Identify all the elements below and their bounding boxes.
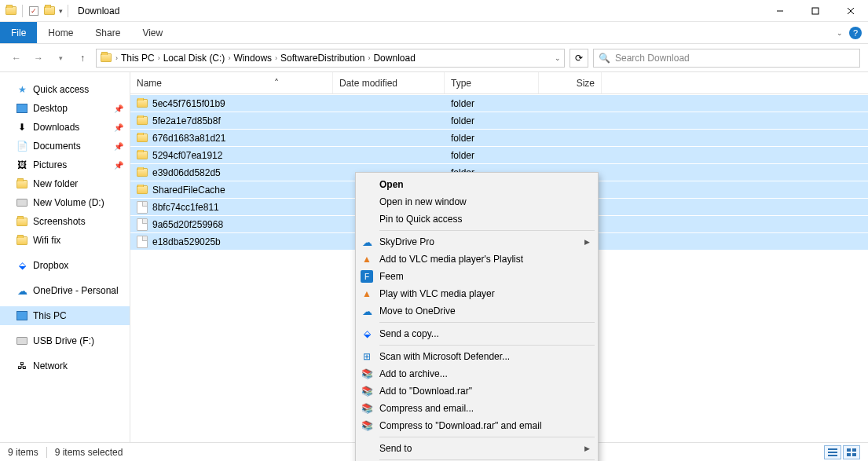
cm-open[interactable]: Open [356, 176, 598, 193]
col-type[interactable]: Type [445, 72, 539, 93]
cm-add-archive[interactable]: 📚Add to archive... [356, 365, 598, 382]
ribbon-tabs: File Home Share View ⌄ ? [0, 22, 868, 44]
search-placeholder: Search Download [615, 53, 690, 64]
table-row[interactable]: 5294cf07ea1912folder [130, 146, 868, 163]
help-icon[interactable]: ? [849, 27, 862, 39]
onedrive-icon: ☁ [16, 284, 28, 297]
cm-send-copy[interactable]: ⬙Send a copy... [356, 325, 598, 342]
cm-send-to[interactable]: Send to▶ [356, 440, 598, 457]
address-bar[interactable]: › This PC› Local Disk (C:)› Windows› Sof… [96, 49, 565, 68]
view-details-button[interactable] [824, 445, 841, 459]
file-type: folder [445, 98, 539, 109]
svg-rect-9 [847, 453, 851, 456]
cm-move-onedrive[interactable]: ☁Move to OneDrive [356, 302, 598, 320]
tab-file[interactable]: File [0, 22, 37, 43]
file-name: 8bfc74cc1fe811 [152, 202, 219, 213]
folder-icon [137, 116, 148, 125]
sidebar-onedrive[interactable]: ☁OneDrive - Personal [0, 281, 130, 300]
file-icon [137, 201, 148, 214]
sidebar-downloads[interactable]: ⬇Downloads📌 [0, 118, 130, 137]
forward-button[interactable]: → [30, 49, 47, 67]
chevron-right-icon: ▶ [584, 238, 590, 246]
pin-icon: 📌 [114, 123, 123, 132]
cm-separator [379, 322, 595, 323]
vlc-icon: ▲ [361, 253, 373, 265]
winrar-icon: 📚 [361, 368, 373, 380]
table-row[interactable]: 676d1683a81d21folder [130, 129, 868, 146]
cm-separator [379, 345, 595, 346]
sidebar-newvolume[interactable]: New Volume (D:) [0, 193, 130, 212]
maximize-button[interactable] [797, 0, 833, 22]
recent-dropdown-icon[interactable]: ▾ [52, 49, 69, 67]
file-name: SharedFileCache [152, 185, 225, 196]
file-icon [137, 218, 148, 231]
sidebar-screenshots[interactable]: Screenshots [0, 212, 130, 231]
sidebar-dropbox[interactable]: ⬙Dropbox [0, 256, 130, 275]
tab-view[interactable]: View [131, 22, 174, 43]
folder-icon [16, 215, 28, 228]
svg-rect-6 [828, 455, 837, 456]
file-icon [137, 236, 148, 248]
this-pc-icon [16, 309, 28, 322]
tab-home[interactable]: Home [37, 22, 84, 43]
address-dropdown-icon[interactable]: ⌄ [555, 54, 561, 62]
minimize-button[interactable] [762, 0, 797, 22]
qat-properties-icon[interactable]: ✓ [27, 5, 40, 17]
cm-open-new-window[interactable]: Open in new window [356, 193, 598, 210]
usb-drive-icon [16, 335, 28, 347]
nav-pane: Quick access Desktop📌 ⬇Downloads📌 📄Docum… [0, 72, 130, 442]
cm-vlc-playlist[interactable]: ▲Add to VLC media player's Playlist [356, 251, 598, 268]
sidebar-newfolder[interactable]: New folder [0, 174, 130, 193]
col-date[interactable]: Date modified [333, 72, 445, 93]
crumb-softwaredistribution[interactable]: SoftwareDistribution› [280, 53, 370, 64]
col-name[interactable]: Name˄ [130, 72, 333, 93]
svg-rect-4 [828, 448, 837, 450]
cm-compress-email[interactable]: 📚Compress and email... [356, 400, 598, 417]
file-name: 676d1683a81d21 [152, 133, 225, 144]
crumb-windows[interactable]: Windows› [233, 53, 277, 64]
chevron-right-icon[interactable]: › [115, 54, 118, 62]
svg-rect-10 [852, 453, 856, 456]
table-row[interactable]: 5ec45f7615f01b9folder [130, 94, 868, 112]
view-large-icons-button[interactable] [843, 445, 860, 459]
nav-bar: ← → ▾ ↑ › This PC› Local Disk (C:)› Wind… [0, 44, 868, 72]
cm-defender[interactable]: ⊞Scan with Microsoft Defender... [356, 348, 598, 365]
file-type: folder [445, 133, 539, 144]
close-button[interactable] [833, 0, 868, 22]
tab-share[interactable]: Share [84, 22, 131, 43]
ribbon-expand-icon[interactable]: ⌄ [837, 29, 843, 37]
crumb-local-disk[interactable]: Local Disk (C:)› [163, 53, 231, 64]
cm-separator [379, 437, 595, 437]
refresh-button[interactable]: ⟳ [570, 49, 588, 68]
sidebar-network[interactable]: 🖧Network [0, 357, 130, 375]
file-name: e39d06dd582d5 [152, 167, 221, 178]
qat-newfolder-icon[interactable] [43, 5, 56, 17]
col-size[interactable]: Size [539, 72, 602, 93]
cm-compress-download-email[interactable]: 📚Compress to "Download.rar" and email [356, 417, 598, 434]
sidebar-wififix[interactable]: Wifi fix [0, 231, 130, 250]
sidebar-desktop[interactable]: Desktop📌 [0, 99, 130, 118]
crumb-this-pc[interactable]: This PC› [121, 53, 160, 64]
sidebar-documents[interactable]: 📄Documents📌 [0, 137, 130, 155]
cm-skydrive-pro[interactable]: ☁SkyDrive Pro▶ [356, 233, 598, 251]
back-button[interactable]: ← [8, 49, 25, 67]
documents-icon: 📄 [16, 140, 28, 152]
cm-feem[interactable]: FFeem [356, 268, 598, 285]
file-name: 5ec45f7615f01b9 [152, 98, 225, 109]
crumb-download[interactable]: Download [373, 53, 415, 64]
sidebar-this-pc[interactable]: This PC [0, 306, 130, 325]
table-row[interactable]: 5fe2a1e7d85b8ffolder [130, 112, 868, 129]
pin-icon: 📌 [114, 142, 123, 151]
feem-icon: F [361, 270, 373, 283]
cm-add-download-rar[interactable]: 📚Add to "Download.rar" [356, 382, 598, 400]
search-input[interactable]: 🔍 Search Download [593, 49, 860, 68]
status-separator [46, 447, 47, 458]
sidebar-pictures[interactable]: 🖼Pictures📌 [0, 155, 130, 174]
sidebar-usb[interactable]: USB Drive (F:) [0, 331, 130, 350]
qat-dropdown-icon[interactable]: ▾ [59, 7, 63, 15]
cm-vlc-play[interactable]: ▲Play with VLC media player [356, 285, 598, 302]
cm-pin-quick-access[interactable]: Pin to Quick access [356, 210, 598, 228]
star-icon [16, 83, 28, 96]
sidebar-quick-access[interactable]: Quick access [0, 80, 130, 99]
up-button[interactable]: ↑ [74, 49, 91, 67]
